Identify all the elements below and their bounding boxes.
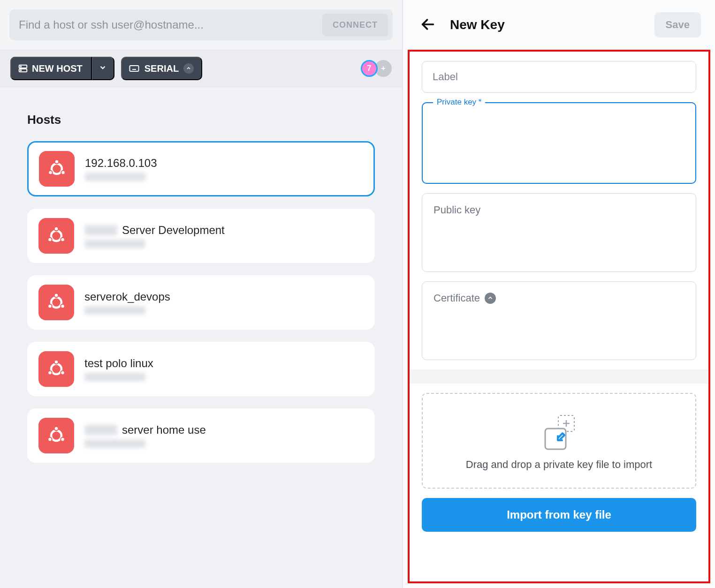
serial-button[interactable]: SERIAL xyxy=(121,57,202,80)
serial-label: SERIAL xyxy=(145,63,179,74)
host-info: test polo linux xyxy=(84,357,153,381)
svg-point-18 xyxy=(51,297,61,308)
private-key-input[interactable] xyxy=(434,112,686,173)
host-card[interactable]: 192.168.0.103 xyxy=(27,141,375,196)
redacted-text xyxy=(84,240,145,248)
ubuntu-icon xyxy=(38,351,74,387)
host-name: 192.168.0.103 xyxy=(85,157,157,170)
server-icon xyxy=(18,63,28,74)
redacted-text xyxy=(84,439,145,448)
svg-point-19 xyxy=(54,294,58,297)
svg-point-3 xyxy=(21,70,22,71)
svg-point-28 xyxy=(48,437,52,441)
host-info: 192.168.0.103 xyxy=(85,157,157,181)
keyboard-icon xyxy=(129,63,140,74)
ubuntu-icon xyxy=(38,285,74,320)
hosts-title: Hosts xyxy=(27,113,375,127)
connect-button[interactable]: CONNECT xyxy=(322,14,388,37)
svg-point-16 xyxy=(48,238,52,241)
host-name: serverok_devops xyxy=(84,290,170,303)
separator xyxy=(410,369,708,384)
host-name-label: test polo linux xyxy=(84,357,153,370)
host-info: serverok_devops xyxy=(84,290,170,315)
host-info: server home use xyxy=(84,423,206,448)
svg-point-13 xyxy=(61,171,65,174)
certificate-label: Certificate xyxy=(434,292,480,304)
arrow-up-icon xyxy=(183,63,194,74)
svg-point-11 xyxy=(55,160,59,164)
label-input[interactable] xyxy=(433,71,685,83)
label-field[interactable] xyxy=(422,61,696,93)
svg-rect-4 xyxy=(129,66,138,71)
profile-badge[interactable]: 7 xyxy=(361,60,378,77)
redacted-text xyxy=(85,173,146,181)
new-host-group: NEW HOST xyxy=(10,57,114,80)
new-host-button[interactable]: NEW HOST xyxy=(10,57,92,80)
redacted-text xyxy=(84,306,145,315)
chevron-down-icon xyxy=(99,63,107,74)
hosts-list: 192.168.0.103Server Developmentserverok_… xyxy=(27,141,375,463)
public-key-label: Public key xyxy=(434,204,685,216)
redacted-text xyxy=(84,225,117,235)
svg-point-25 xyxy=(61,371,64,375)
host-info: Server Development xyxy=(84,224,225,248)
svg-point-23 xyxy=(54,360,58,364)
search-bar: CONNECT xyxy=(9,9,393,40)
svg-point-10 xyxy=(52,164,62,174)
host-name-label: 192.168.0.103 xyxy=(85,157,157,170)
back-button[interactable] xyxy=(417,14,439,37)
arrow-up-circle-icon xyxy=(485,293,496,304)
right-header: New Key Save xyxy=(403,0,715,50)
host-card[interactable]: serverok_devops xyxy=(27,275,375,330)
host-name-label: serverok_devops xyxy=(84,290,170,303)
svg-rect-34 xyxy=(545,429,566,449)
svg-point-17 xyxy=(61,238,64,241)
new-host-dropdown[interactable] xyxy=(92,57,114,80)
arrow-left-icon xyxy=(420,16,436,34)
svg-point-12 xyxy=(48,171,52,174)
certificate-field[interactable]: Certificate xyxy=(422,281,696,360)
toolbar: NEW HOST xyxy=(0,50,402,87)
drop-text: Drag and drop a private key file to impo… xyxy=(466,459,652,471)
redacted-text xyxy=(84,425,117,435)
private-key-field[interactable]: Private key * xyxy=(422,102,696,184)
host-card[interactable]: Server Development xyxy=(27,209,375,263)
host-name: test polo linux xyxy=(84,357,153,370)
svg-point-26 xyxy=(51,430,61,441)
drop-zone[interactable]: Drag and drop a private key file to impo… xyxy=(422,393,696,489)
import-from-file-button[interactable]: Import from key file xyxy=(422,498,696,532)
svg-point-22 xyxy=(51,364,61,374)
search-input[interactable] xyxy=(19,18,322,31)
certificate-label-row: Certificate xyxy=(434,292,685,304)
search-area: CONNECT xyxy=(0,0,402,50)
svg-point-27 xyxy=(54,427,58,430)
svg-point-14 xyxy=(51,231,61,241)
svg-point-29 xyxy=(61,437,64,441)
svg-point-21 xyxy=(61,304,64,308)
host-name-label: server home use xyxy=(122,423,206,437)
hosts-section: Hosts 192.168.0.103Server Developmentser… xyxy=(0,87,402,489)
public-key-field[interactable]: Public key xyxy=(422,193,696,272)
left-panel: CONNECT NEW HOST xyxy=(0,0,402,588)
private-key-label: Private key * xyxy=(433,98,485,107)
save-button[interactable]: Save xyxy=(654,12,701,38)
right-panel: New Key Save Private key * Public key Ce… xyxy=(402,0,715,588)
new-host-label: NEW HOST xyxy=(32,63,83,74)
ubuntu-icon xyxy=(38,418,74,453)
redacted-text xyxy=(84,373,145,381)
host-card[interactable]: test polo linux xyxy=(27,342,375,396)
host-name: Server Development xyxy=(84,224,225,237)
svg-point-2 xyxy=(21,66,22,67)
host-name-label: Server Development xyxy=(122,224,225,237)
svg-point-24 xyxy=(48,371,52,375)
svg-point-15 xyxy=(54,227,58,231)
profile-chips: 7 + xyxy=(361,60,392,77)
import-file-icon xyxy=(542,415,576,448)
new-key-form: Private key * Public key Certificate xyxy=(408,50,710,583)
page-title: New Key xyxy=(450,17,505,32)
ubuntu-icon xyxy=(38,218,74,254)
ubuntu-icon xyxy=(39,151,75,187)
svg-point-20 xyxy=(48,304,52,308)
host-name: server home use xyxy=(84,423,206,437)
host-card[interactable]: server home use xyxy=(27,408,375,463)
